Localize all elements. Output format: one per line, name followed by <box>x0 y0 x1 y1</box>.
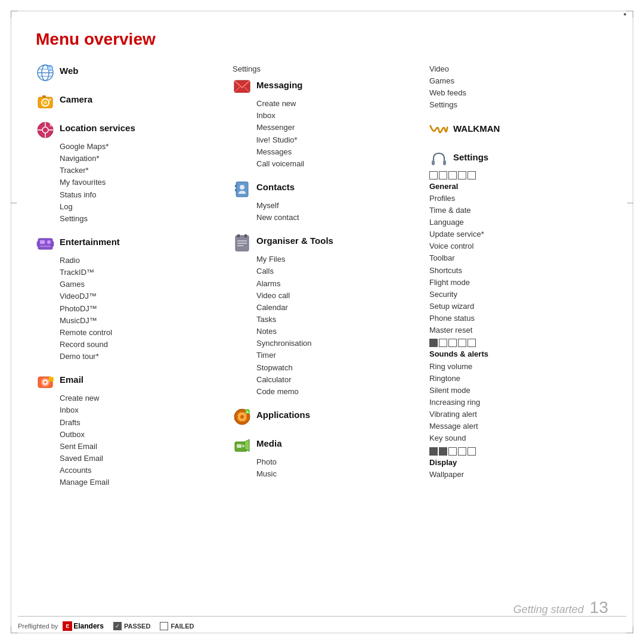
location-title: Location services <box>60 120 135 133</box>
section-camera: Camera <box>36 92 221 111</box>
list-item: Outbox <box>60 429 221 441</box>
list-item: Alarms <box>256 278 417 290</box>
list-item: Web feeds <box>429 87 614 99</box>
location-icon: ✕ <box>36 120 55 140</box>
web-title: Web <box>60 63 78 76</box>
settings-subsection-general: General <box>429 181 614 193</box>
settings-box <box>448 447 457 456</box>
media-items: Photo Music <box>256 456 417 480</box>
svg-rect-35 <box>235 185 237 187</box>
bottom-bar: Preflighted by E Elanders ✓ PASSED FAILE… <box>18 616 626 631</box>
svg-rect-10 <box>42 95 46 98</box>
list-item: VideoDJ™ <box>60 290 221 302</box>
contacts-title: Contacts <box>256 179 295 192</box>
list-item: TrackID™ <box>60 267 221 278</box>
list-item: Timer <box>256 349 417 361</box>
list-item: Wallpaper <box>429 469 614 481</box>
contacts-icon <box>233 179 252 199</box>
list-item: Photo <box>256 456 417 468</box>
settings-box <box>429 171 438 179</box>
main-content: Menu overview W <box>36 30 614 596</box>
email-items: Create new Inbox Drafts Outbox Sent Emai… <box>60 392 221 488</box>
column-1: W Web <box>36 63 233 498</box>
menu-columns: W Web <box>36 63 614 498</box>
svg-point-11 <box>49 98 51 101</box>
list-item: My favourites <box>60 177 221 188</box>
list-item: Calculator <box>256 374 417 386</box>
list-item: Settings <box>233 63 417 75</box>
media-title: Media <box>256 436 282 448</box>
svg-rect-36 <box>235 189 237 191</box>
section-applications: A Applications <box>233 407 417 426</box>
list-item: Music <box>256 468 417 480</box>
section-contacts-header: Contacts <box>233 179 417 199</box>
list-item: Messages <box>256 146 417 158</box>
list-item: Profiles <box>429 193 614 205</box>
list-item: Silent mode <box>429 385 614 397</box>
list-item: Toolbar <box>429 252 614 264</box>
section-messaging: Settings Messaging Create new <box>233 63 417 170</box>
svg-point-56 <box>242 445 244 447</box>
corner-bl <box>11 626 18 633</box>
settings-box <box>458 447 466 456</box>
svg-point-46 <box>240 415 244 419</box>
list-item: Record sound <box>60 339 221 351</box>
organiser-title: Organiser & Tools <box>256 233 333 246</box>
email-icon: @ <box>36 372 55 391</box>
section-settings: Settings General Profiles Time & date La… <box>429 150 614 481</box>
svg-rect-24 <box>52 242 54 246</box>
location-items: Google Maps* Navigation* Tracker* My fav… <box>60 141 221 225</box>
failed-badge: FAILED <box>160 622 194 630</box>
camera-icon <box>36 92 55 111</box>
settings-box <box>448 171 457 179</box>
media-extra-items: Video Games Web feeds Settings <box>429 63 614 112</box>
section-settings-header: Settings <box>429 150 614 169</box>
list-item: PhotoDJ™ <box>60 303 221 315</box>
settings-box <box>458 171 466 179</box>
list-item: Tasks <box>256 314 417 326</box>
section-location: ✕ Location services Google Maps* Navigat… <box>36 120 221 225</box>
dot-top-right <box>624 13 626 16</box>
svg-marker-54 <box>244 439 249 451</box>
section-web-header: W Web <box>36 63 221 82</box>
brand-name: Elanders <box>73 622 104 630</box>
contacts-items: Myself New contact <box>256 200 417 224</box>
corner-br <box>626 626 633 633</box>
page-number: 13 <box>590 598 608 617</box>
section-media-extra: Video Games Web feeds Settings <box>429 63 614 112</box>
list-item: Calls <box>256 265 417 277</box>
section-email-header: @ Email <box>36 372 221 391</box>
page-title: Menu overview <box>36 30 614 49</box>
list-item: Accounts <box>60 465 221 476</box>
passed-badge: ✓ PASSED <box>113 622 150 630</box>
svg-rect-39 <box>237 234 240 237</box>
section-organiser-header: Organiser & Tools <box>233 233 417 252</box>
list-item: Ringtone <box>429 373 614 385</box>
list-item: Games <box>429 75 614 87</box>
list-item: Flight mode <box>429 277 614 289</box>
section-messaging-header: Messaging <box>233 78 417 97</box>
list-item: Games <box>60 278 221 290</box>
list-item: Demo tour* <box>60 351 221 363</box>
applications-title: Applications <box>256 407 310 420</box>
list-item: Vibrating alert <box>429 408 614 420</box>
list-item: Inbox <box>256 110 417 122</box>
section-organiser: Organiser & Tools My Files Calls Alarms … <box>233 233 417 398</box>
failed-label: FAILED <box>171 623 194 630</box>
list-item: Security <box>429 289 614 301</box>
settings-box <box>439 447 447 456</box>
list-item: Update service* <box>429 228 614 240</box>
media-icon <box>233 436 252 455</box>
failed-checkbox <box>160 622 168 630</box>
settings-boxes-display <box>429 447 614 456</box>
section-entertainment: Entertainment Radio TrackID™ Games Video… <box>36 234 221 363</box>
email-title: Email <box>60 372 83 385</box>
tick-right <box>627 203 633 203</box>
list-item: Navigation* <box>60 153 221 165</box>
svg-rect-40 <box>244 234 247 237</box>
column-2: Settings Messaging Create new <box>233 63 429 498</box>
settings-box <box>467 447 476 456</box>
settings-box <box>439 339 447 347</box>
camera-title: Camera <box>60 92 92 104</box>
list-item: Increasing ring <box>429 397 614 408</box>
